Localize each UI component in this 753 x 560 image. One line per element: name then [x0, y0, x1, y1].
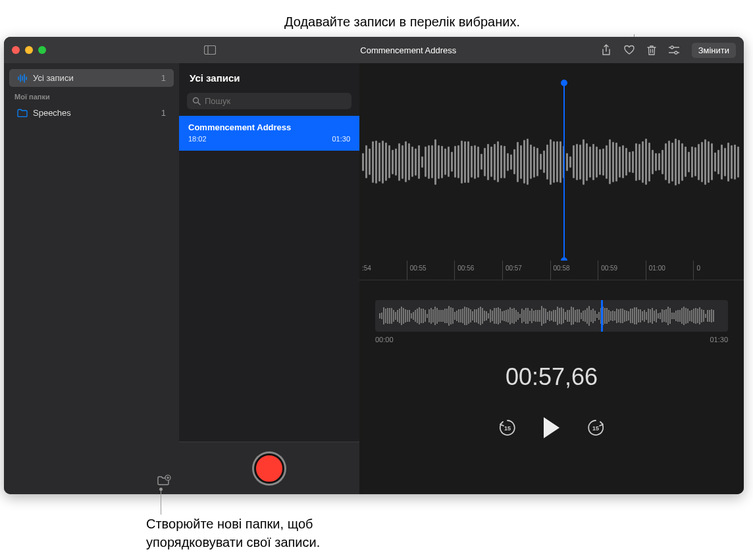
- ruler-tick: 0: [693, 261, 741, 280]
- callout-new-folder: Створюйте нові папки, щоб упорядковувати…: [146, 515, 320, 551]
- traffic-lights: [12, 46, 46, 54]
- sidebar-item-all-recordings[interactable]: Усі записи 1: [9, 69, 174, 87]
- ruler-tick: 00:57: [502, 261, 550, 280]
- svg-text:15: 15: [504, 425, 511, 432]
- app-window: Commencement Address Змінити: [4, 37, 744, 494]
- share-icon: [601, 44, 611, 56]
- main-area: Усі записи 1 Мої папки Speeches 1 Усі за…: [4, 63, 744, 494]
- list-header: Усі записи: [179, 63, 359, 89]
- current-time-display: 00:57,66: [359, 363, 744, 391]
- new-folder-button[interactable]: [157, 474, 171, 486]
- waveform-icon: [17, 74, 28, 83]
- recording-duration: 01:30: [332, 135, 350, 143]
- mini-playhead[interactable]: [601, 300, 603, 332]
- skip-forward-icon: 15: [586, 418, 606, 438]
- sidebar-toggle-button[interactable]: [204, 45, 216, 55]
- waveform-main[interactable]: [359, 63, 744, 261]
- sidebar-item-label: Speeches: [33, 108, 161, 118]
- ruler-tick: 01:00: [646, 261, 694, 280]
- delete-button[interactable]: [647, 45, 656, 56]
- mini-waveform[interactable]: [375, 300, 728, 332]
- overview-times: 00:00 01:30: [375, 336, 728, 344]
- sidebar-icon: [204, 45, 216, 55]
- svg-text:15: 15: [592, 425, 599, 432]
- callout-line: [161, 489, 161, 515]
- timeline-ruler: :5400:5500:5600:5700:5800:5901:000: [359, 261, 744, 280]
- skip-forward-button[interactable]: 15: [586, 418, 606, 438]
- svg-line-15: [198, 103, 201, 105]
- sliders-icon: [668, 45, 680, 55]
- sidebar-section-header: Мої папки: [4, 88, 179, 103]
- svg-point-3: [671, 46, 673, 49]
- ruler-tick: 00:55: [407, 261, 455, 280]
- window-title: Commencement Address: [216, 45, 601, 55]
- overview-end-time: 01:30: [710, 336, 728, 344]
- skip-back-icon: 15: [498, 418, 517, 438]
- recording-meta: 18:02 01:30: [188, 135, 350, 143]
- new-folder-icon: [157, 474, 171, 486]
- share-button[interactable]: [601, 44, 611, 56]
- sidebar-item-count: 1: [161, 73, 166, 83]
- folder-icon: [17, 109, 28, 117]
- sidebar-item-label: Усі записи: [33, 73, 161, 83]
- callout-favorites: Додавайте записи в перелік вибраних.: [284, 14, 520, 30]
- svg-rect-0: [205, 46, 216, 55]
- title-bar: Commencement Address Змінити: [4, 37, 744, 63]
- search-input[interactable]: [205, 96, 346, 106]
- detail-panel: :5400:5500:5600:5700:5800:5901:000 00:00…: [359, 63, 744, 494]
- play-button[interactable]: [544, 417, 559, 438]
- recordings-list-panel: Усі записи Commencement Address 18:02 01…: [179, 63, 359, 494]
- edit-button[interactable]: Змінити: [692, 43, 736, 58]
- recording-time: 18:02: [188, 135, 207, 143]
- record-footer: [179, 442, 359, 494]
- callout-text-line: Створюйте нові папки, щоб: [146, 515, 320, 533]
- heart-icon: [623, 45, 635, 55]
- ruler-tick: 00:56: [454, 261, 502, 280]
- playhead[interactable]: [563, 83, 565, 261]
- trash-icon: [647, 45, 656, 56]
- ruler-tick: :54: [362, 261, 407, 280]
- maximize-window-button[interactable]: [38, 46, 46, 54]
- toolbar-right: Змінити: [601, 43, 736, 58]
- minimize-window-button[interactable]: [25, 46, 33, 54]
- ruler-tick: 00:59: [598, 261, 646, 280]
- play-icon: [544, 417, 559, 438]
- recording-list-item[interactable]: Commencement Address 18:02 01:30: [179, 116, 359, 151]
- playback-controls: 15 15: [359, 404, 744, 458]
- overview-start-time: 00:00: [375, 336, 394, 344]
- sidebar: Усі записи 1 Мої папки Speeches 1: [4, 63, 179, 494]
- search-box[interactable]: [187, 93, 351, 109]
- overview-section: 00:00 01:30: [359, 280, 744, 350]
- sidebar-item-folder[interactable]: Speeches 1: [9, 104, 174, 122]
- favorite-button[interactable]: [623, 45, 635, 55]
- ruler-tick: 00:58: [550, 261, 598, 280]
- svg-point-5: [675, 51, 677, 54]
- callout-text-line: упорядковувати свої записи.: [146, 533, 320, 551]
- sidebar-footer: [4, 467, 179, 494]
- recording-title: Commencement Address: [188, 122, 350, 132]
- record-button[interactable]: [254, 453, 284, 484]
- search-icon: [192, 97, 201, 105]
- settings-button[interactable]: [668, 45, 680, 55]
- skip-back-button[interactable]: 15: [498, 418, 517, 438]
- sidebar-item-count: 1: [161, 108, 166, 118]
- close-window-button[interactable]: [12, 46, 20, 54]
